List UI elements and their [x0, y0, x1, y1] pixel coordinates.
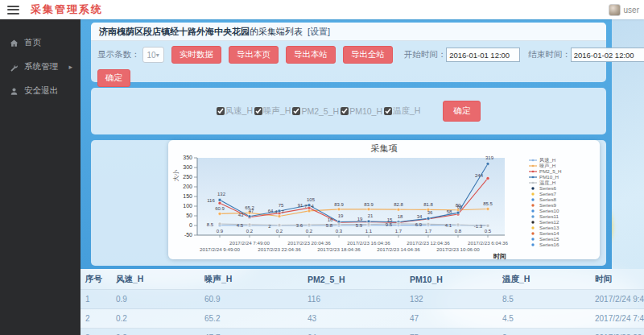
svg-text:82.8: 82.8	[394, 202, 403, 207]
svg-text:300: 300	[183, 164, 192, 170]
start-time-input[interactable]	[446, 48, 520, 62]
svg-text:83.9: 83.9	[364, 202, 374, 207]
svg-text:1.7: 1.7	[425, 229, 432, 234]
sidebar-item-system-management[interactable]: 系统管理 ▸	[0, 55, 80, 79]
svg-text:50: 50	[186, 213, 192, 218]
column-header: 噪声_H	[200, 274, 303, 285]
svg-text:18: 18	[398, 214, 403, 219]
checkbox[interactable]	[217, 107, 225, 115]
home-icon	[10, 39, 19, 48]
svg-text:47: 47	[249, 209, 254, 213]
table-cell: 65.2	[200, 314, 303, 323]
svg-text:9.5: 9.5	[386, 222, 393, 227]
svg-text:-50: -50	[184, 232, 192, 238]
end-time-input[interactable]	[571, 48, 644, 62]
svg-text:116: 116	[207, 198, 215, 203]
series-checkbox-PM10_H: PM10_H	[341, 106, 382, 116]
svg-text:60.9: 60.9	[215, 206, 225, 211]
svg-text:0.5: 0.5	[485, 229, 492, 234]
user-avatar[interactable]	[609, 4, 621, 16]
hamburger-menu-icon[interactable]	[7, 6, 19, 14]
svg-text:244: 244	[475, 173, 484, 178]
series-checkbox-PM2_5_H: PM2_5_H	[292, 106, 339, 116]
svg-text:-1.3: -1.3	[474, 224, 483, 229]
svg-text:PM2_5_H: PM2_5_H	[539, 168, 562, 174]
svg-text:2017/2/23 18:04:36: 2017/2/23 18:04:36	[317, 246, 361, 252]
svg-text:64: 64	[268, 209, 274, 213]
table-cell: 47	[405, 314, 497, 323]
svg-text:0.2: 0.2	[246, 229, 254, 234]
station-list-title: 济南槐荫区段店镇经十路外海中央花园的采集端列表 [设置]	[91, 23, 606, 41]
user-name-label: user	[624, 6, 639, 14]
user-menu[interactable]: user	[609, 4, 642, 16]
export-all-button[interactable]: 导出全站	[343, 46, 393, 64]
display-count-select[interactable]: 10 ▾	[142, 47, 164, 63]
line-chart: 采集项大小350300250200150100500-502017/2/24 9…	[168, 140, 600, 259]
column-header: PM2_5_H	[303, 275, 405, 284]
svg-text:0.2: 0.2	[306, 229, 313, 234]
svg-text:8.5: 8.5	[207, 222, 214, 227]
svg-text:2017/2/23 14:04:36: 2017/2/23 14:04:36	[377, 246, 420, 252]
chevron-right-icon: ▸	[68, 63, 72, 71]
end-time-label: 结束时间：	[528, 49, 571, 60]
table-cell: 0.2	[111, 314, 200, 323]
svg-text:319: 319	[485, 155, 494, 160]
collection-chart: 采集项大小350300250200150100500-502017/2/24 9…	[168, 140, 600, 259]
series-filter-panel: 风速_H 噪声_H PM2_5_H PM10_H 温度_H 确定	[91, 88, 606, 134]
svg-text:2017/2/23 10:06:00: 2017/2/23 10:06:00	[436, 246, 480, 252]
svg-text:66: 66	[457, 205, 463, 209]
svg-text:91: 91	[298, 203, 303, 208]
export-page-button[interactable]: 导出本页	[229, 46, 279, 64]
checkbox-label: 温度_H	[393, 105, 420, 117]
checkbox[interactable]	[254, 107, 262, 115]
svg-text:43: 43	[238, 213, 244, 217]
svg-text:36: 36	[427, 210, 433, 215]
station-name: 济南槐荫区段店镇经十路外海中央花园	[99, 27, 250, 36]
svg-text:21: 21	[368, 213, 374, 218]
svg-text:Series9: Series9	[539, 202, 557, 208]
svg-text:风速_H: 风速_H	[539, 157, 555, 163]
svg-text:2017/2/24 9:49:00: 2017/2/24 9:49:00	[200, 246, 240, 252]
sidebar: 首页 系统管理 ▸ 安全退出	[0, 19, 80, 335]
sidebar-item-logout[interactable]: 安全退出	[0, 79, 80, 103]
checkbox[interactable]	[341, 107, 349, 115]
data-table: 序号风速_H噪声_HPM2_5_HPM10_H温度_H时间10.960.9116…	[80, 269, 644, 335]
svg-text:2017/2/23 20:04:36: 2017/2/23 20:04:36	[287, 240, 331, 246]
table-row: 30.247.7647522017/2/23 22:04:36	[80, 329, 644, 335]
svg-text:Series10: Series10	[539, 208, 559, 213]
svg-text:0.9: 0.9	[217, 229, 224, 234]
svg-text:34: 34	[417, 214, 423, 219]
start-time-label: 开始时间：	[404, 49, 447, 60]
svg-text:0: 0	[189, 222, 192, 228]
settings-link[interactable]: [设置]	[308, 27, 330, 36]
checkbox-label: PM10_H	[349, 106, 382, 116]
checkbox[interactable]	[292, 107, 300, 115]
realtime-data-button[interactable]: 实时数据	[171, 46, 221, 64]
checkbox[interactable]	[384, 107, 392, 115]
svg-text:噪声_H: 噪声_H	[539, 163, 555, 168]
svg-text:0.8: 0.8	[455, 229, 462, 234]
series-checkbox-噪声_H: 噪声_H	[254, 105, 291, 117]
svg-text:350: 350	[183, 155, 192, 160]
svg-text:大小: 大小	[172, 169, 180, 182]
svg-text:2017/2/23 6:04:36: 2017/2/23 6:04:36	[468, 240, 508, 246]
sidebar-item-label: 安全退出	[24, 85, 58, 97]
export-site-button[interactable]: 导出本站	[286, 46, 336, 64]
sidebar-item-home[interactable]: 首页	[0, 31, 80, 55]
table-cell: 4.5	[497, 314, 590, 323]
svg-text:58: 58	[447, 209, 452, 214]
filter-confirm-button[interactable]: 确定	[443, 101, 481, 122]
svg-text:6.9: 6.9	[415, 222, 423, 227]
svg-text:Series16: Series16	[539, 242, 559, 247]
svg-text:1.7: 1.7	[395, 229, 402, 234]
table-cell: 0.9	[111, 295, 200, 304]
svg-text:0.3: 0.3	[336, 229, 343, 234]
chart-panel: 采集项大小350300250200150100500-502017/2/24 9…	[91, 140, 606, 266]
confirm-button[interactable]: 确定	[97, 69, 130, 87]
table-cell: 2	[80, 314, 111, 323]
content-area: 济南槐荫区段店镇经十路外海中央花园的采集端列表 [设置] 显示条数： 10 ▾ …	[80, 19, 612, 269]
table-header-row: 序号风速_H噪声_HPM2_5_HPM10_H温度_H时间	[80, 269, 644, 290]
svg-text:4.5: 4.5	[237, 223, 244, 228]
controls-panel: 济南槐荫区段店镇经十路外海中央花园的采集端列表 [设置] 显示条数： 10 ▾ …	[91, 23, 606, 82]
table-cell: 116	[303, 295, 405, 304]
